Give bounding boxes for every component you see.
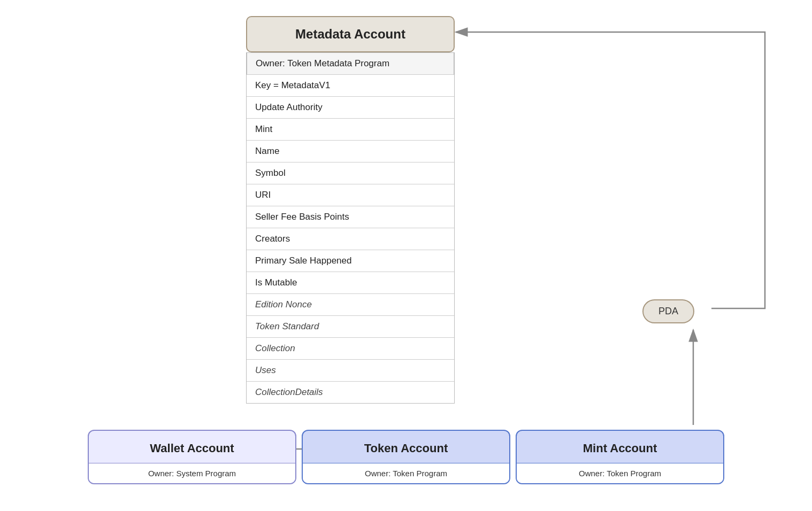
token-account-title: Token Account xyxy=(303,431,509,463)
diagram-container: Metadata Account Owner: Token Metadata P… xyxy=(0,0,812,511)
metadata-field-row: Uses xyxy=(247,360,454,382)
mint-account-owner: Owner: Token Program xyxy=(517,463,723,483)
metadata-field-row: Edition Nonce xyxy=(247,294,454,316)
wallet-account-title: Wallet Account xyxy=(89,431,295,463)
metadata-field-row: Collection xyxy=(247,338,454,360)
metadata-account-box: Metadata Account Owner: Token Metadata P… xyxy=(246,16,455,404)
wallet-account-owner: Owner: System Program xyxy=(89,463,295,483)
wallet-account-box: Wallet Account Owner: System Program xyxy=(88,430,296,484)
metadata-account-title: Metadata Account xyxy=(246,16,455,52)
metadata-field-row: Update Authority xyxy=(247,97,454,119)
token-account-owner: Owner: Token Program xyxy=(303,463,509,483)
metadata-field-row: CollectionDetails xyxy=(247,382,454,403)
metadata-field-row: Creators xyxy=(247,228,454,250)
metadata-field-row: Name xyxy=(247,141,454,162)
metadata-account-fields: Owner: Token Metadata ProgramKey = Metad… xyxy=(246,52,455,404)
token-account-box: Token Account Owner: Token Program xyxy=(302,430,510,484)
mint-account-box: Mint Account Owner: Token Program xyxy=(516,430,724,484)
metadata-field-row: Token Standard xyxy=(247,316,454,338)
metadata-field-row: Seller Fee Basis Points xyxy=(247,206,454,228)
pda-bubble: PDA xyxy=(642,299,694,323)
metadata-field-row: Primary Sale Happened xyxy=(247,250,454,272)
metadata-field-row: Mint xyxy=(247,119,454,141)
metadata-field-row: Key = MetadataV1 xyxy=(247,75,454,97)
bottom-accounts: Wallet Account Owner: System Program Tok… xyxy=(0,430,812,484)
metadata-field-row: Symbol xyxy=(247,162,454,184)
metadata-field-row: URI xyxy=(247,184,454,206)
mint-account-title: Mint Account xyxy=(517,431,723,463)
metadata-field-row: Owner: Token Metadata Program xyxy=(247,52,454,75)
pda-to-metadata-arrow xyxy=(456,32,765,308)
metadata-field-row: Is Mutable xyxy=(247,272,454,294)
